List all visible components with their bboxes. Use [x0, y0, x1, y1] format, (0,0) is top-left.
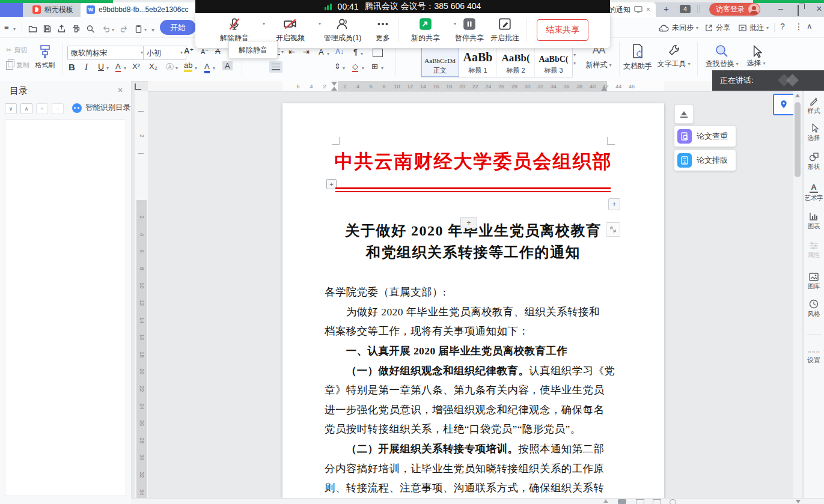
location-pin-button[interactable] [773, 94, 795, 115]
collapse-ribbon-icon[interactable]: ∧ [807, 22, 813, 31]
doc-text-line[interactable]: 章》特别是第一章第八条、第九条有关内容，使毕业生党员 [325, 380, 613, 400]
meeting-status-bar[interactable]: 00:41 腾讯会议 会议号：385 606 404 [195, 0, 610, 13]
insert-plus-button[interactable]: + [460, 217, 477, 228]
annotate-button[interactable]: 开启批注 [478, 17, 532, 43]
paragraph-shading-button[interactable]: ◇ [352, 62, 358, 72]
document-page[interactable]: 中共云南财经大学委员会组织部 + + 关于做好 2020 年毕业生党员离校教育 … [282, 103, 664, 498]
right-indent-marker[interactable] [601, 87, 607, 91]
subscript-button[interactable]: X₂ [149, 62, 157, 71]
tab-docer-templates[interactable]: 稻壳模板 [26, 2, 79, 17]
sidebar-item-shapes[interactable]: 形状 [804, 153, 824, 171]
doc-text-line[interactable]: 为做好 2020 年毕业生党员离校教育、组织关系转接和 [325, 302, 613, 322]
collapse-tools-button[interactable] [674, 105, 694, 124]
font-color-button[interactable]: A [204, 62, 210, 73]
comment-button[interactable]: 批注 ▾ [738, 23, 769, 33]
doc-text-line[interactable]: 各学院党委（直属支部）: [325, 282, 613, 302]
align-center-button[interactable] [269, 61, 282, 73]
sidebar-item-chart[interactable]: 图表 [804, 211, 824, 231]
caret-icon[interactable]: ▾ [144, 28, 147, 32]
find-replace-button[interactable]: 查找替换▾ [702, 43, 742, 69]
close-toc-icon[interactable]: × [118, 85, 123, 95]
doc-text-line[interactable]: 分内容搞好培训，让毕业生党员知晓转接组织关系的工作原 [325, 458, 613, 478]
sidebar-item-theme[interactable]: 风格 [804, 299, 824, 318]
print-preview-button[interactable] [85, 24, 96, 34]
end-share-button[interactable]: 结束共享 [537, 19, 588, 41]
gallery-more-icon[interactable]: ▾ [573, 61, 576, 66]
scroll-down-icon[interactable] [796, 500, 801, 503]
doc-text-line[interactable]: （一）做好组织观念和组织纪律教育。认真组织学习《党 [325, 360, 613, 380]
style-heading-2[interactable]: AaBb( 标题 2 [497, 43, 535, 77]
redo-button[interactable] [119, 24, 129, 34]
highlight-button[interactable]: ab [184, 61, 192, 72]
help-icon[interactable]: ? [780, 22, 785, 31]
doc-body[interactable]: 各学院党委（直属支部）: 为做好 2020 年毕业生党员离校教育、组织关系转接和… [325, 282, 613, 498]
char-style-button[interactable]: A [115, 62, 121, 72]
undo-button[interactable] [101, 24, 111, 34]
toc-expand-button[interactable]: ∨ [5, 103, 17, 114]
decrease-font-button[interactable]: A⁻ [201, 48, 209, 56]
paste-button[interactable] [133, 24, 144, 34]
sidebar-item-settings[interactable]: ○○○ 设置 [804, 348, 824, 365]
increase-font-button[interactable]: A⁺ [184, 46, 194, 55]
scroll-up-icon[interactable] [795, 94, 800, 97]
restore-button[interactable] [798, 5, 799, 16]
borders-button[interactable]: ⊞ [371, 62, 378, 71]
underline-button[interactable]: U [98, 62, 104, 71]
gallery-down-icon[interactable]: ▾ [573, 53, 576, 58]
scrollbar-thumb[interactable] [795, 102, 801, 177]
increase-indent-button[interactable]: ⇥ [303, 47, 310, 56]
tab-stop-selector[interactable] [135, 83, 141, 90]
new-tab-button[interactable]: + [664, 4, 669, 14]
char-shading-button[interactable]: A [222, 61, 233, 70]
sidebar-item-gallery[interactable]: 图库 [804, 273, 824, 291]
start-video-button[interactable]: 开启视频 [263, 17, 317, 43]
tab-count-badge[interactable]: 4 [680, 5, 691, 13]
format-painter-button[interactable]: 格式刷 [37, 43, 57, 70]
toc-list-area[interactable] [5, 119, 126, 496]
line-spacing-button[interactable]: ⇕ [334, 62, 341, 71]
char-circle-button[interactable]: Ⓐ [166, 62, 174, 73]
doc-text-line[interactable]: 党员按时转接组织关系，杜绝“口袋党员”“隐形党员”。 [325, 419, 613, 439]
font-name-select[interactable]: 微软简标宋 ▾ [67, 46, 147, 60]
copy-button[interactable]: 复制 [6, 61, 29, 70]
sidebar-item-wordart[interactable]: A 艺术字 [804, 183, 824, 202]
decrease-indent-button[interactable]: ⇤ [288, 47, 295, 56]
paper-layout-button[interactable]: A 论文排版 [674, 150, 736, 171]
view-mode-icon[interactable] [618, 499, 626, 504]
hanging-indent-marker[interactable] [331, 87, 337, 91]
doc-text-line[interactable]: 档案移交等工作，现将有关事项通知如下： [325, 321, 613, 341]
toc-plus-button[interactable]: + [36, 103, 48, 114]
text-tool-button[interactable]: 文字工具▾ [655, 43, 692, 69]
export-button[interactable] [56, 24, 67, 34]
save-button[interactable] [42, 24, 52, 34]
sync-status-button[interactable]: 未同步 ▾ [658, 23, 698, 33]
menu-icon[interactable]: ≡ [4, 23, 9, 32]
paper-check-button[interactable]: 论文查重 [674, 126, 736, 147]
doc-text-line[interactable]: 一、认真开展 2020 届毕业生党员离校教育工作 [325, 341, 613, 361]
clear-format-button[interactable]: A [215, 47, 221, 56]
margin-plus-button[interactable]: + [608, 198, 620, 210]
sort-button[interactable]: A↓ [335, 47, 344, 56]
show-marks-button[interactable]: ¶ [353, 47, 358, 56]
minimize-button[interactable]: – [774, 4, 787, 13]
style-heading-1[interactable]: AaBb 标题 1 [459, 43, 497, 77]
share-button[interactable]: 分享 [704, 23, 730, 33]
new-style-button[interactable]: AA 新样式▾ [582, 44, 615, 70]
text-box-button[interactable] [373, 49, 383, 57]
doc-text-line[interactable]: 则、转接流程、注意事项、沟通联系方式，确保组织关系转 [325, 478, 613, 498]
resize-handle[interactable] [606, 222, 620, 237]
toc-collapse-button[interactable]: ∧ [20, 103, 32, 114]
ribbon-tab-home[interactable]: 开始 [160, 20, 196, 35]
more-tools-caret-icon[interactable]: ▾ [151, 27, 154, 33]
doc-text-line[interactable]: 进一步强化党员意识，增强组织观念和纪律观念，确保每名 [325, 400, 613, 420]
tab-list-handle[interactable] [697, 5, 700, 13]
view-mode-icon[interactable] [603, 499, 608, 503]
unmute-button[interactable]: 解除静音 [207, 17, 261, 43]
sidebar-item-select[interactable]: 选择 [804, 123, 824, 142]
toc-minus-button[interactable]: − [52, 103, 64, 114]
text-direction-button[interactable]: A [319, 47, 324, 56]
more-menu-icon[interactable]: ⋮ [795, 22, 803, 31]
sidebar-item-properties[interactable]: 属性 [804, 241, 824, 260]
italic-button[interactable]: I [85, 62, 88, 72]
close-tab-icon[interactable]: × [646, 5, 650, 14]
